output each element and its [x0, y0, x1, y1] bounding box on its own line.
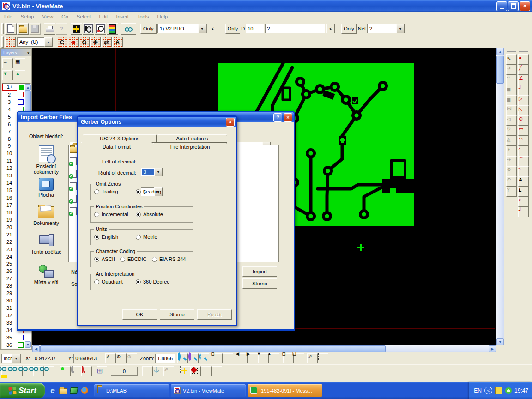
radio-trailing[interactable]: Trailing [94, 189, 118, 194]
draw-arc-sweep-button[interactable]: ⌒ [518, 156, 529, 166]
place-network[interactable]: Místa v síti [26, 265, 66, 285]
place-desktop[interactable]: Plocha [26, 178, 66, 198]
import-help-button[interactable]: ? [273, 113, 282, 122]
quicklaunch-ie-icon[interactable]: e [48, 386, 57, 395]
copy-object-button[interactable]: ∷ [506, 75, 517, 85]
layer-number[interactable]: 1+ [2, 84, 17, 91]
prev-layer-button[interactable]: < [209, 24, 217, 33]
gerber-filter-button[interactable]: G [79, 37, 90, 47]
layers-panel-titlebar[interactable]: Layers x [1, 49, 31, 56]
layers-film-button[interactable]: ▦ [15, 58, 25, 68]
layers-close-icon[interactable]: x [27, 50, 30, 55]
layer-number[interactable]: 28 [2, 283, 16, 289]
radio-ascii[interactable]: ASCII [94, 256, 115, 262]
dotted-region-button[interactable] [318, 353, 328, 363]
layer-color-swatch[interactable] [19, 85, 24, 90]
draw-path-button[interactable]: ┘ [518, 85, 529, 95]
units-combo[interactable]: inch ▼ [1, 354, 21, 363]
layer-move-down-button[interactable]: ▼ [2, 70, 13, 80]
layer-color-swatch[interactable] [18, 342, 24, 348]
draw-label-button[interactable]: L [518, 187, 529, 197]
layer-number[interactable]: 21 [2, 232, 16, 237]
print-button[interactable] [44, 23, 55, 35]
menu-setup[interactable]: Setup [17, 13, 38, 20]
pad-mode-button[interactable] [190, 366, 201, 376]
grid-corner-button[interactable]: ◻ [212, 353, 223, 363]
node-edit-button[interactable]: Y [506, 187, 517, 197]
stretch-diagonal-button[interactable]: ⇗ [307, 353, 318, 363]
taskbar-clock[interactable]: 19:47 [514, 387, 528, 394]
highlight-flash-button[interactable] [71, 23, 82, 35]
zoom-value-input[interactable]: 1.8866 [155, 354, 175, 363]
scale-object-button[interactable]: ◭ [506, 136, 517, 146]
snap-grid-button[interactable] [142, 366, 153, 376]
net-combo[interactable]: ? ▼ [367, 24, 405, 33]
layer-color-swatch[interactable] [18, 335, 24, 340]
selection-filter-button[interactable] [5, 37, 16, 47]
aperture-list-button[interactable] [83, 23, 94, 35]
tray-collapse-button[interactable]: < [484, 387, 492, 394]
zoom-tool-button[interactable] [177, 353, 188, 363]
quicklaunch-book-icon[interactable] [69, 386, 79, 395]
draw-rectangle-button[interactable]: ▭ [518, 126, 529, 136]
menu-go[interactable]: Go [57, 13, 73, 20]
tray-notes-icon[interactable] [495, 387, 502, 394]
text-filter-button[interactable]: A [112, 37, 123, 47]
component-filter-button[interactable]: C [57, 37, 67, 47]
horizontal-scrollbar[interactable]: ◀ ▶ [32, 345, 496, 352]
layer-number[interactable]: 24 [2, 254, 16, 260]
layer-move-up-button[interactable]: ▲ [15, 70, 25, 80]
gerber-dialog-titlebar[interactable]: Gerber Options × [78, 117, 236, 127]
fill-dark-button[interactable]: ■ [506, 85, 517, 95]
tab-auto-features[interactable]: Auto Features [157, 134, 227, 143]
grid-snap-b-button[interactable]: ❏ [294, 353, 304, 363]
new-file-button[interactable] [5, 23, 17, 35]
highlight-on-button[interactable] [60, 366, 71, 376]
save-button[interactable] [29, 23, 41, 35]
layer-number[interactable]: 18 [2, 210, 16, 215]
pad-dark-mode-button[interactable] [201, 366, 212, 376]
restore-button[interactable] [508, 1, 519, 11]
move-object-button[interactable]: ➔ [506, 65, 517, 75]
scroll-up-button[interactable]: ▲ [496, 48, 504, 55]
radio-ebcdic[interactable]: EBCDIC [120, 256, 147, 262]
draw-line-button[interactable]: ╱ [518, 65, 529, 75]
pad-view-button[interactable] [95, 23, 106, 35]
layer-number[interactable]: 12 [2, 165, 16, 171]
paste-object-button[interactable]: ➧ [506, 146, 517, 156]
zoom-grid-button[interactable] [188, 353, 199, 363]
layer-number[interactable]: 31 [2, 305, 16, 311]
layers-scroll-thumb[interactable] [25, 91, 31, 111]
film-colors-button[interactable] [107, 23, 118, 35]
layer-number[interactable]: 10 [2, 151, 16, 156]
angle-measure-button[interactable]: ∡ [105, 353, 116, 363]
swap-filter-button[interactable]: ⇄ [101, 37, 112, 47]
layer-number[interactable]: 36 [2, 342, 16, 348]
gerber-file-icon[interactable]: ✔ [70, 157, 77, 165]
menu-edit[interactable]: Edit [95, 13, 112, 20]
layer-number[interactable]: 35 [2, 335, 16, 340]
radio-english[interactable]: English [94, 234, 118, 240]
gerber-file-icon[interactable]: ✔ [70, 170, 77, 178]
open-file-button[interactable] [17, 23, 29, 35]
layer-number[interactable]: 7 [2, 129, 16, 134]
radio-absolute[interactable]: Absolute [136, 212, 163, 217]
layer-number[interactable]: 22 [2, 239, 16, 245]
mirror-vertical-button[interactable]: ◅ [506, 115, 517, 126]
radio-quadrant[interactable]: Quadrant [94, 279, 123, 284]
vertical-scrollbar[interactable]: ▲ ▼ [496, 48, 504, 345]
place-recent-documents[interactable]: Poslední dokumenty [26, 145, 66, 175]
layer-combo[interactable]: 1) V2.PHO ▼ [157, 24, 207, 33]
left-of-decimal-combo[interactable]: 3 ▼ [141, 168, 163, 176]
place-my-computer[interactable]: Tento počítač [26, 234, 66, 254]
layer-number[interactable]: 23 [2, 247, 16, 252]
radio-leading[interactable]: Leading [136, 189, 161, 194]
draw-pad-button[interactable]: ● [518, 54, 529, 65]
close-button[interactable]: × [520, 1, 530, 11]
layers-scroll-down[interactable]: ▼ [25, 341, 31, 348]
units-combo-arrow[interactable]: ▼ [12, 354, 20, 363]
layer-number[interactable]: 30 [2, 298, 16, 303]
task-viewmate[interactable]: V2.bin - ViewMate [171, 384, 246, 397]
layer-color-swatch[interactable] [18, 99, 24, 105]
dcode-filter-input[interactable]: ? [265, 24, 325, 33]
